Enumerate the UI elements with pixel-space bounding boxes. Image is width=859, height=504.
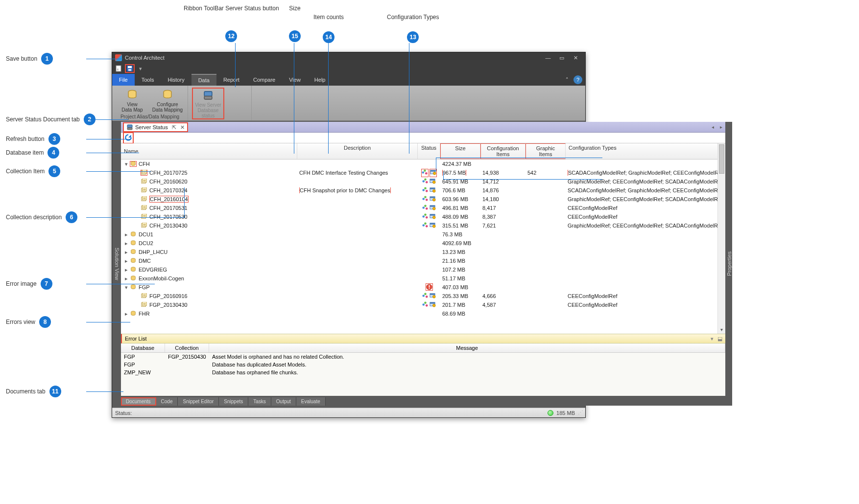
col-header-size[interactable]: Size (440, 143, 480, 159)
tab-close-button[interactable]: ✕ (180, 124, 185, 131)
solution-view-tab[interactable]: Solution View (114, 122, 120, 406)
collection-row[interactable]: CFH_20170324CFH Snapshot prior to DMC Ch… (121, 186, 725, 195)
tab-help[interactable]: Help (308, 74, 333, 86)
col-header-config-types[interactable]: Configuration Types (566, 143, 725, 159)
config-asset-model-icon (422, 222, 429, 229)
tab-nav-prev[interactable]: ◂ (709, 124, 717, 130)
server-status-doc-tab[interactable]: Server Status ⇱ ✕ (123, 122, 188, 132)
el-coll (165, 369, 209, 376)
qat-new-button[interactable] (114, 64, 124, 73)
tree-expander[interactable]: ▸ (124, 240, 129, 247)
scroll-down-arrow[interactable]: ▾ (718, 326, 725, 334)
tab-view[interactable]: View (282, 74, 308, 86)
database-row[interactable]: ▸DMC21.16 MB (121, 256, 725, 265)
collection-row[interactable]: FGP_20130430201.7 MB4,587CEEConfigModelR… (121, 300, 725, 309)
tree-expander[interactable]: ▸ (124, 249, 129, 255)
view-server-status-button[interactable]: View Server Database status (192, 88, 224, 119)
item-config-types: SCADAConfigModelRef; GraphicModelRef; CE… (568, 170, 723, 176)
tree-expander[interactable]: ▸ (124, 258, 129, 264)
bottom-tab-code[interactable]: Code (156, 397, 178, 406)
tab-file[interactable]: File (112, 74, 135, 86)
collection-row[interactable]: FGP_20160916205.33 MB4,666CEEConfigModel… (121, 292, 725, 300)
error-list-body[interactable]: FGPFGP_20150430Asset Model is orphaned a… (121, 353, 725, 396)
error-list-header[interactable]: Error List ▾ ⬓ (121, 334, 725, 344)
server-icon (126, 124, 133, 131)
tree-expander[interactable]: ▸ (124, 267, 129, 273)
config-asset-model-icon (422, 205, 429, 212)
configure-data-mapping-button[interactable]: Configure Data Mapping (151, 88, 184, 113)
collection-icon (141, 223, 147, 229)
tab-compare[interactable]: Compare (246, 74, 282, 86)
tree-expander[interactable]: ▾ (124, 284, 129, 291)
collection-icon (141, 179, 147, 184)
bottom-tab-evaluate[interactable]: Evaluate (296, 397, 326, 406)
col-header-config-items[interactable]: Configuration Items (480, 143, 525, 159)
database-row[interactable]: ▸DCU24092.69 MB (121, 239, 725, 248)
collection-icon (141, 214, 147, 220)
tab-data[interactable]: Data (191, 74, 216, 86)
database-row[interactable]: ▸FHR68.69 MB (121, 309, 725, 318)
tab-tools[interactable]: Tools (135, 74, 161, 86)
ribbon-collapse-chevron[interactable]: ˄ (566, 77, 569, 83)
error-list-pin[interactable]: ⬓ (717, 336, 722, 342)
maximize-button[interactable]: ▭ (555, 53, 569, 62)
svg-rect-17 (116, 66, 121, 71)
view-data-map-button[interactable]: View Data Map (116, 88, 148, 113)
database-row[interactable]: ▸DCU176.3 MB (121, 230, 725, 239)
vertical-scrollbar[interactable]: ▴ ▾ (717, 143, 725, 334)
col-header-description[interactable]: Description (297, 143, 418, 159)
refresh-button[interactable] (123, 132, 134, 144)
qat-dropdown[interactable]: ▾ (136, 64, 145, 73)
el-col-collection[interactable]: Collection (165, 344, 209, 352)
bottom-tab-documents[interactable]: Documents (121, 397, 156, 406)
collection-row[interactable]: CFH_20160620645.91 MB14,712GraphicModelR… (121, 177, 725, 186)
help-button[interactable]: ? (573, 75, 582, 84)
item-name: DMC (139, 258, 151, 264)
database-icon (130, 161, 137, 167)
el-col-message[interactable]: Message (209, 344, 725, 352)
collection-row[interactable]: CFH_20130430315.51 MB7,621GraphicModelRe… (121, 221, 725, 230)
close-button[interactable]: ✕ (569, 53, 582, 62)
error-list-row[interactable]: ZMP_NEWDatabase has orphaned file chunks… (121, 368, 725, 376)
hmiweb-asset-model-icon (430, 196, 436, 203)
tree-expander[interactable]: ▸ (124, 311, 129, 317)
minimize-button[interactable]: — (541, 53, 555, 62)
collection-row[interactable]: CFH_20170530488.09 MB8,387CEEConfigModel… (121, 212, 725, 221)
database-row[interactable]: ▸ExxonMobil-Cogen51.17 MB (121, 274, 725, 283)
tab-report[interactable]: Report (216, 74, 246, 86)
bottom-tab-snippet-editor[interactable]: Snippet Editor (178, 397, 219, 406)
el-col-database[interactable]: Database (121, 344, 165, 352)
bottom-tab-output[interactable]: Output (271, 397, 296, 406)
resize-grip-icon[interactable]: ⋰ (578, 410, 582, 416)
scroll-thumb[interactable] (719, 144, 724, 174)
database-row[interactable]: ▾FGP407.03 MB (121, 283, 725, 292)
status-bar: Status: 185 MB ⋰ (112, 408, 585, 417)
error-list-row[interactable]: FGPFGP_20150430Asset Model is orphaned a… (121, 353, 725, 361)
bottom-tab-snippets[interactable]: Snippets (219, 397, 248, 406)
database-row[interactable]: ▸DHP_LHCU13.23 MB (121, 248, 725, 256)
item-config-types: CEEConfigModelRef (568, 302, 618, 308)
grid-body[interactable]: ▾CFH4224.37 MBCFH_20170725CFH DMC Interf… (121, 160, 725, 334)
pin-button[interactable]: ⇱ (172, 124, 176, 131)
error-list-dropdown[interactable]: ▾ (711, 336, 714, 342)
col-header-name[interactable]: Name (121, 143, 297, 159)
database-row[interactable]: ▾CFH4224.37 MB (121, 160, 725, 168)
tab-nav-next[interactable]: ▸ (717, 124, 725, 130)
collection-row[interactable]: CFH_20170725CFH DMC Interface Testing Ch… (121, 168, 725, 177)
hmiweb-asset-model-icon (430, 205, 436, 212)
save-button[interactable] (125, 64, 135, 73)
database-row[interactable]: ▸EDVGRIEG107.2 MB (121, 265, 725, 274)
error-list-row[interactable]: FGPDatabase has duplicated Asset Models. (121, 361, 725, 368)
collection-row[interactable]: CFH_20160104603.96 MB14,180GraphicModelR… (121, 195, 725, 204)
col-header-status[interactable]: Status (418, 143, 440, 159)
properties-tab[interactable]: Properties (726, 122, 732, 406)
tab-history[interactable]: History (161, 74, 191, 86)
col-header-graphic-items[interactable]: Graphic Items (525, 143, 566, 159)
bottom-tab-tasks[interactable]: Tasks (248, 397, 271, 406)
config-asset-model-icon (422, 178, 429, 185)
item-size: 4092.69 MB (442, 240, 471, 246)
tree-expander[interactable]: ▸ (124, 231, 129, 238)
tree-expander[interactable]: ▸ (124, 275, 129, 282)
collection-row[interactable]: CFH_20170531496.81 MB8,417CEEConfigModel… (121, 204, 725, 212)
tree-expander[interactable]: ▾ (124, 161, 129, 167)
